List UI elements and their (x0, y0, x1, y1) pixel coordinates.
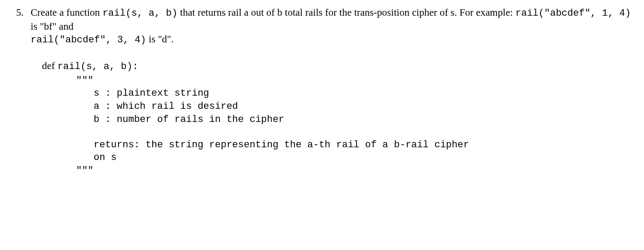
docstring-returns-line1: returns: the string representing the a-t… (94, 139, 635, 152)
docstring-returns-line2: on s (94, 151, 635, 164)
docstring-param-s: s : plaintext string (94, 87, 635, 100)
inline-code: rail("abcdef", 1, 4) (515, 8, 631, 19)
text-segment: that returns rail a out of b total rails… (178, 7, 515, 18)
def-keyword: def (42, 60, 57, 71)
problem-container: 5. Create a function rail(s, a, b) that … (13, 6, 635, 177)
problem-number: 5. (13, 6, 24, 19)
text-segment: Create a function (31, 7, 102, 18)
docstring-param-b: b : number of rails in the cipher (94, 113, 635, 126)
blank-line (42, 126, 635, 139)
text-segment: is "d". (146, 34, 174, 45)
function-def-line: def rail(s, a, b): (42, 59, 635, 73)
text-segment: is "bf" and (31, 21, 74, 32)
function-signature: rail(s, a, b): (57, 61, 138, 72)
problem-body: Create a function rail(s, a, b) that ret… (31, 6, 635, 177)
inline-code: rail(s, a, b) (102, 8, 178, 19)
docstring-open: """ (76, 74, 635, 87)
inline-code: rail("abcdef", 3, 4) (31, 35, 146, 45)
docstring-param-a: a : which rail is desired (94, 100, 635, 113)
docstring-close: """ (76, 164, 635, 177)
problem-text: Create a function rail(s, a, b) that ret… (31, 6, 635, 47)
code-block: def rail(s, a, b): """ s : plaintext str… (42, 59, 635, 177)
